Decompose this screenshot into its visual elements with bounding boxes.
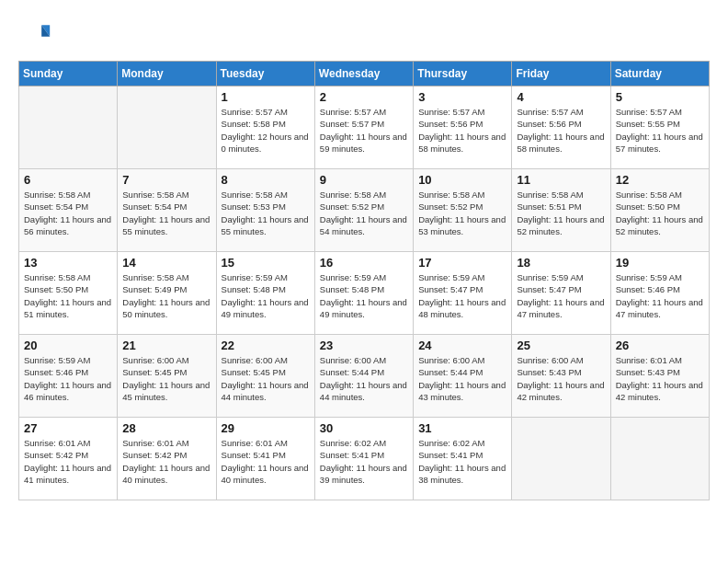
day-info: Sunrise: 5:58 AM Sunset: 5:54 PM Dayligh… [24,189,112,237]
day-number: 28 [122,421,210,435]
day-number: 21 [122,339,210,352]
calendar-day: 31 Sunrise: 6:02 AM Sunset: 5:41 PM Dayl… [414,418,512,500]
day-info: Sunrise: 6:00 AM Sunset: 5:44 PM Dayligh… [320,354,408,403]
col-header-sunday: Sunday [19,62,118,86]
calendar-day: 24 Sunrise: 6:00 AM Sunset: 5:44 PM Dayl… [414,335,512,418]
day-number: 11 [517,173,605,187]
calendar-week-5: 27 Sunrise: 6:01 AM Sunset: 5:42 PM Dayl… [19,418,710,500]
calendar-day: 21 Sunrise: 6:00 AM Sunset: 5:45 PM Dayl… [118,335,216,418]
calendar-day: 2 Sunrise: 5:57 AM Sunset: 5:57 PM Dayli… [314,86,413,169]
day-number: 9 [320,173,408,187]
calendar-day: 18 Sunrise: 5:59 AM Sunset: 5:47 PM Dayl… [512,252,610,335]
calendar-day: 22 Sunrise: 6:00 AM Sunset: 5:45 PM Dayl… [216,335,314,418]
calendar-week-1: 1 Sunrise: 5:57 AM Sunset: 5:58 PM Dayli… [19,86,710,169]
calendar-day [610,418,709,500]
day-info: Sunrise: 5:59 AM Sunset: 5:47 PM Dayligh… [418,271,506,320]
day-number: 1 [222,90,310,104]
day-number: 7 [122,173,210,187]
calendar-day: 8 Sunrise: 5:58 AM Sunset: 5:53 PM Dayli… [216,169,314,252]
calendar-header-row: SundayMondayTuesdayWednesdayThursdayFrid… [19,62,710,86]
day-info: Sunrise: 6:00 AM Sunset: 5:45 PM Dayligh… [122,354,210,403]
day-info: Sunrise: 5:59 AM Sunset: 5:46 PM Dayligh… [24,354,112,403]
day-info: Sunrise: 5:57 AM Sunset: 5:57 PM Dayligh… [320,106,408,155]
day-info: Sunrise: 6:00 AM Sunset: 5:43 PM Dayligh… [517,354,605,403]
day-number: 18 [517,256,605,270]
day-number: 29 [222,421,310,435]
day-info: Sunrise: 5:59 AM Sunset: 5:47 PM Dayligh… [517,271,605,320]
calendar-day: 11 Sunrise: 5:58 AM Sunset: 5:51 PM Dayl… [512,169,610,252]
day-info: Sunrise: 6:02 AM Sunset: 5:41 PM Dayligh… [418,437,506,486]
day-number: 26 [616,339,704,352]
calendar-day: 28 Sunrise: 6:01 AM Sunset: 5:42 PM Dayl… [118,418,216,500]
day-number: 27 [24,421,112,435]
calendar-day: 16 Sunrise: 5:59 AM Sunset: 5:48 PM Dayl… [314,252,413,335]
calendar-day [118,86,216,169]
day-number: 2 [320,90,408,104]
calendar-day: 14 Sunrise: 5:58 AM Sunset: 5:49 PM Dayl… [118,252,216,335]
logo [18,18,55,52]
day-number: 12 [616,173,704,187]
day-info: Sunrise: 5:57 AM Sunset: 5:56 PM Dayligh… [418,106,506,155]
calendar-day: 17 Sunrise: 5:59 AM Sunset: 5:47 PM Dayl… [414,252,512,335]
day-number: 13 [24,256,112,270]
col-header-tuesday: Tuesday [216,62,314,86]
calendar-day: 30 Sunrise: 6:02 AM Sunset: 5:41 PM Dayl… [314,418,413,500]
day-number: 20 [24,339,112,352]
day-info: Sunrise: 6:01 AM Sunset: 5:43 PM Dayligh… [616,354,704,403]
day-info: Sunrise: 6:00 AM Sunset: 5:45 PM Dayligh… [222,354,310,403]
day-info: Sunrise: 5:59 AM Sunset: 5:48 PM Dayligh… [222,271,310,320]
day-number: 19 [616,256,704,270]
day-number: 14 [122,256,210,270]
day-number: 5 [616,90,704,104]
calendar-day: 19 Sunrise: 5:59 AM Sunset: 5:46 PM Dayl… [610,252,709,335]
calendar-week-4: 20 Sunrise: 5:59 AM Sunset: 5:46 PM Dayl… [19,335,710,418]
day-info: Sunrise: 5:59 AM Sunset: 5:48 PM Dayligh… [320,271,408,320]
calendar-table: SundayMondayTuesdayWednesdayThursdayFrid… [18,61,710,500]
page-header [18,18,710,52]
day-number: 4 [517,90,605,104]
calendar-day: 20 Sunrise: 5:59 AM Sunset: 5:46 PM Dayl… [19,335,118,418]
calendar-day: 3 Sunrise: 5:57 AM Sunset: 5:56 PM Dayli… [414,86,512,169]
col-header-saturday: Saturday [610,62,709,86]
day-number: 23 [320,339,408,352]
day-info: Sunrise: 5:58 AM Sunset: 5:52 PM Dayligh… [418,189,506,237]
day-number: 3 [418,90,506,104]
calendar-week-2: 6 Sunrise: 5:58 AM Sunset: 5:54 PM Dayli… [19,169,710,252]
calendar-day: 6 Sunrise: 5:58 AM Sunset: 5:54 PM Dayli… [19,169,118,252]
calendar-day: 29 Sunrise: 6:01 AM Sunset: 5:41 PM Dayl… [216,418,314,500]
col-header-friday: Friday [512,62,610,86]
day-info: Sunrise: 5:59 AM Sunset: 5:46 PM Dayligh… [616,271,704,320]
day-info: Sunrise: 5:58 AM Sunset: 5:53 PM Dayligh… [222,189,310,237]
col-header-wednesday: Wednesday [314,62,413,86]
calendar-day: 9 Sunrise: 5:58 AM Sunset: 5:52 PM Dayli… [314,169,413,252]
day-number: 30 [320,421,408,435]
col-header-thursday: Thursday [414,62,512,86]
calendar-week-3: 13 Sunrise: 5:58 AM Sunset: 5:50 PM Dayl… [19,252,710,335]
day-number: 16 [320,256,408,270]
col-header-monday: Monday [118,62,216,86]
calendar-day: 5 Sunrise: 5:57 AM Sunset: 5:55 PM Dayli… [610,86,709,169]
day-number: 25 [517,339,605,352]
day-info: Sunrise: 5:58 AM Sunset: 5:52 PM Dayligh… [320,189,408,237]
day-info: Sunrise: 5:58 AM Sunset: 5:50 PM Dayligh… [616,189,704,237]
day-info: Sunrise: 6:01 AM Sunset: 5:42 PM Dayligh… [122,437,210,486]
calendar-day: 23 Sunrise: 6:00 AM Sunset: 5:44 PM Dayl… [314,335,413,418]
calendar-day: 4 Sunrise: 5:57 AM Sunset: 5:56 PM Dayli… [512,86,610,169]
calendar-day: 1 Sunrise: 5:57 AM Sunset: 5:58 PM Dayli… [216,86,314,169]
day-info: Sunrise: 6:01 AM Sunset: 5:42 PM Dayligh… [24,437,112,486]
day-number: 24 [418,339,506,352]
day-info: Sunrise: 5:57 AM Sunset: 5:56 PM Dayligh… [517,106,605,155]
day-info: Sunrise: 6:00 AM Sunset: 5:44 PM Dayligh… [418,354,506,403]
day-number: 31 [418,421,506,435]
calendar-day: 25 Sunrise: 6:00 AM Sunset: 5:43 PM Dayl… [512,335,610,418]
day-number: 10 [418,173,506,187]
calendar-day: 26 Sunrise: 6:01 AM Sunset: 5:43 PM Dayl… [610,335,709,418]
logo-icon [18,18,51,52]
day-info: Sunrise: 5:58 AM Sunset: 5:51 PM Dayligh… [517,189,605,237]
day-info: Sunrise: 6:02 AM Sunset: 5:41 PM Dayligh… [320,437,408,486]
calendar-day: 15 Sunrise: 5:59 AM Sunset: 5:48 PM Dayl… [216,252,314,335]
calendar-day: 7 Sunrise: 5:58 AM Sunset: 5:54 PM Dayli… [118,169,216,252]
calendar-day [512,418,610,500]
day-info: Sunrise: 5:58 AM Sunset: 5:50 PM Dayligh… [24,271,112,320]
calendar-day: 27 Sunrise: 6:01 AM Sunset: 5:42 PM Dayl… [19,418,118,500]
